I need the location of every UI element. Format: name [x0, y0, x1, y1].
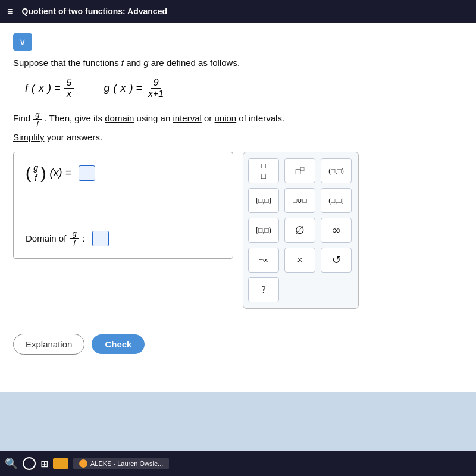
aleks-app-taskbar[interactable]: ALEKS - Lauren Owsle...	[73, 458, 169, 469]
aleks-app-dot	[79, 459, 87, 468]
search-icon[interactable]: 🔍	[5, 457, 18, 470]
union-link[interactable]: union	[215, 113, 237, 123]
expression-input[interactable]	[79, 165, 95, 181]
function-definitions: f(x) = 5 x g(x) = 9 x+1	[13, 77, 463, 99]
expression-row: ( g f ) (x) =	[26, 163, 221, 183]
domain-input[interactable]	[92, 231, 109, 246]
check-button[interactable]: Check	[92, 334, 145, 354]
closed-interval-btn[interactable]: [□,□]	[248, 188, 279, 213]
main-content: ∨ Suppose that the functions f and g are…	[0, 23, 476, 392]
taskbar: 🔍 ⊞ ALEKS - Lauren Owsle...	[0, 451, 476, 476]
answer-layout: ( g f ) (x) = Domain of g f :	[13, 152, 463, 309]
union-btn[interactable]: □∪□	[284, 188, 315, 213]
aleks-app-label: ALEKS - Lauren Owsle...	[90, 460, 163, 467]
power-btn[interactable]: □□	[284, 158, 315, 183]
bottom-buttons: Explanation Check	[13, 325, 463, 361]
gf-fraction: g f	[33, 110, 42, 129]
help-btn[interactable]: ?	[248, 277, 279, 302]
symbol-palette: □ □ □□ (□,□) [□,□] □∪□ (□,□] [□,□)	[243, 152, 359, 309]
open-paren: (	[26, 165, 31, 181]
multiply-btn[interactable]: ×	[284, 248, 315, 273]
simplify-text: Simplify your answers.	[13, 132, 463, 142]
fx-definition: f(x) = 5 x	[25, 77, 74, 99]
dropdown-button[interactable]: ∨	[13, 33, 32, 51]
empty-set-btn[interactable]: ∅	[284, 218, 315, 243]
interval-link[interactable]: interval	[173, 113, 201, 123]
paren-fraction: ( g f )	[26, 163, 46, 183]
gx-fraction: 9 x+1	[146, 77, 166, 99]
half-open-right-btn[interactable]: (□,□]	[321, 188, 352, 213]
open-interval-btn[interactable]: (□,□)	[321, 158, 352, 183]
functions-link[interactable]: functions	[83, 58, 119, 68]
neg-infinity-btn[interactable]: −∞	[248, 248, 279, 273]
domain-gf-fraction: g f	[70, 229, 79, 248]
fx-fraction: 5 x	[64, 77, 74, 99]
domain-colon: :	[83, 233, 85, 243]
domain-row: Domain of g f :	[26, 229, 221, 248]
fraction-btn[interactable]: □ □	[248, 158, 279, 183]
close-paren: )	[40, 165, 46, 181]
domain-link[interactable]: domain	[105, 113, 134, 123]
domain-text: Domain of	[26, 233, 66, 243]
folder-icon[interactable]	[53, 458, 68, 469]
task-view-icon[interactable]: ⊞	[40, 458, 48, 469]
page-title: Quotient of two functions: Advanced	[22, 7, 167, 16]
hamburger-icon[interactable]: ≡	[7, 5, 14, 18]
half-open-left-btn[interactable]: [□,□)	[248, 218, 279, 243]
find-text: Find g f . Then, give its domain using a…	[13, 110, 463, 129]
simplify-link[interactable]: Simplify	[13, 132, 45, 142]
explanation-button[interactable]: Explanation	[13, 334, 84, 355]
infinity-btn[interactable]: ∞	[321, 218, 352, 243]
cortana-icon[interactable]	[23, 457, 36, 470]
gx-definition: g(x) = 9 x+1	[104, 77, 166, 99]
gf-small-fraction: g f	[32, 163, 39, 183]
undo-btn[interactable]: ↺	[321, 248, 352, 273]
of-x-label: (x) =	[49, 167, 71, 179]
top-bar: ≡ Quotient of two functions: Advanced	[0, 0, 476, 23]
input-box: ( g f ) (x) = Domain of g f :	[13, 152, 233, 259]
problem-intro: Suppose that the functions f and g are d…	[13, 58, 463, 68]
